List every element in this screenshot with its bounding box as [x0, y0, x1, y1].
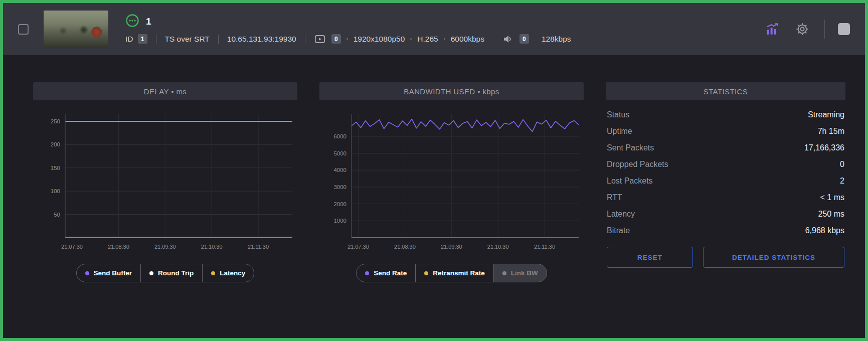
stat-row-bitrate: Bitrate 6,968 kbps [607, 222, 844, 239]
dot-separator [410, 38, 412, 40]
stat-row-status: Status Streaming [607, 106, 844, 123]
stat-label: Sent Packets [607, 143, 654, 152]
svg-text:21:07:30: 21:07:30 [61, 244, 83, 250]
legend-dot [424, 271, 428, 275]
spacer [535, 38, 536, 40]
video-format: 1920x1080p50 [354, 35, 405, 44]
svg-text:21:09:30: 21:09:30 [441, 244, 462, 250]
svg-text:21:10:30: 21:10:30 [487, 244, 509, 250]
legend-label: Round Trip [158, 269, 194, 277]
video-track-icon [314, 33, 326, 45]
id-label: ID [125, 35, 133, 44]
stat-label: Status [607, 110, 629, 119]
stat-value: 7h 15m [818, 127, 844, 136]
legend-dot [85, 271, 89, 275]
legend-dot [149, 271, 153, 275]
legend-round-trip[interactable]: Round Trip [140, 264, 203, 282]
delay-chart: 5010015020025021:07:3021:08:3021:09:3021… [33, 106, 297, 253]
stop-stream-button[interactable] [838, 23, 850, 35]
stat-row-latency: Latency 250 ms [607, 206, 844, 222]
legend-label: Send Buffer [94, 269, 132, 277]
id-badge: 1 [138, 34, 147, 44]
svg-text:21:08:30: 21:08:30 [394, 244, 416, 250]
stat-label: Bitrate [607, 226, 630, 235]
legend-latency[interactable]: Latency [202, 264, 254, 282]
legend-label: Retransmit Rate [433, 269, 485, 277]
audio-icon [502, 33, 514, 45]
legend-send-rate[interactable]: Send Rate [356, 264, 416, 282]
svg-text:200: 200 [51, 141, 60, 147]
stream-card: 1 ID 1 TS over SRT 10.65.131.93:19930 0 [0, 0, 868, 341]
stream-number: 1 [146, 16, 151, 27]
divider [305, 35, 305, 44]
legend-link-bw[interactable]: Link BW [493, 264, 547, 282]
statistics-rows: Status Streaming Uptime 7h 15m Sent Pack… [606, 106, 845, 239]
stat-row-dropped-packets: Dropped Packets 0 [607, 156, 844, 173]
reset-button[interactable]: RESET [607, 247, 693, 268]
svg-text:6000: 6000 [333, 133, 346, 139]
stream-info: 1 ID 1 TS over SRT 10.65.131.93:19930 0 [125, 14, 762, 45]
stat-label: Dropped Packets [607, 160, 668, 169]
delay-panel-title: DELAY • ms [33, 82, 297, 100]
svg-text:2000: 2000 [333, 201, 346, 207]
legend-label: Send Rate [374, 269, 407, 277]
divider [218, 35, 219, 44]
stat-value: < 1 ms [820, 193, 844, 202]
statistics-actions: RESET DETAILED STATISTICS [606, 247, 845, 268]
legend-label: Link BW [511, 269, 538, 277]
stat-row-lost-packets: Lost Packets 2 [607, 173, 844, 189]
bandwidth-chart: 10002000300040005000600021:07:3021:08:30… [319, 106, 584, 253]
stream-header: 1 ID 1 TS over SRT 10.65.131.93:19930 0 [3, 3, 865, 55]
stat-label: RTT [607, 193, 622, 202]
stat-row-rtt: RTT < 1 ms [607, 189, 844, 206]
stat-value: 6,968 kbps [805, 226, 844, 235]
bandwidth-panel-title: BANDWIDTH USED • kbps [319, 82, 584, 100]
spacer [493, 35, 493, 44]
svg-text:21:09:30: 21:09:30 [154, 244, 176, 250]
settings-gear-button[interactable] [793, 20, 811, 38]
svg-text:3000: 3000 [333, 184, 346, 190]
legend-dot [365, 271, 369, 275]
stream-address: 10.65.131.93:19930 [227, 35, 296, 44]
video-track-badge: 0 [331, 34, 341, 44]
detailed-statistics-button[interactable]: DETAILED STATISTICS [703, 247, 844, 268]
legend-send-buffer[interactable]: Send Buffer [76, 264, 141, 282]
audio-bitrate: 128kbps [542, 35, 571, 44]
delay-legend: Send Buffer Round Trip Latency [33, 264, 297, 282]
stat-row-uptime: Uptime 7h 15m [607, 123, 844, 139]
svg-text:21:08:30: 21:08:30 [108, 244, 129, 250]
statistics-panel: STATISTICS Status Streaming Uptime 7h 15… [606, 82, 845, 282]
bandwidth-chart-wrap: 10002000300040005000600021:07:3021:08:30… [319, 106, 584, 255]
delay-chart-wrap: 5010015020025021:07:3021:08:3021:09:3021… [33, 106, 297, 255]
svg-text:1000: 1000 [333, 218, 346, 224]
svg-text:21:11:30: 21:11:30 [248, 244, 269, 250]
svg-text:100: 100 [51, 188, 60, 194]
stat-value: 2 [840, 177, 844, 186]
stat-value: Streaming [808, 110, 844, 119]
stat-value: 0 [840, 160, 844, 169]
stat-value: 17,166,336 [804, 143, 844, 152]
stream-thumbnail[interactable] [44, 11, 108, 48]
svg-text:21:07:30: 21:07:30 [348, 244, 369, 250]
statistics-panel-title: STATISTICS [606, 82, 845, 100]
dot-separator [444, 38, 445, 40]
divider [156, 35, 156, 44]
legend-label: Latency [220, 269, 245, 277]
protocol-label: TS over SRT [165, 35, 210, 44]
svg-text:250: 250 [51, 118, 60, 124]
stream-detail-content: DELAY • ms 5010015020025021:07:3021:08:3… [3, 55, 865, 282]
svg-text:21:11:30: 21:11:30 [534, 244, 555, 250]
statistics-chart-button[interactable] [762, 19, 782, 39]
audio-track-badge: 0 [519, 34, 529, 44]
streaming-status-icon [125, 14, 139, 30]
stat-label: Latency [607, 210, 635, 219]
select-stream-checkbox[interactable] [18, 24, 29, 35]
video-codec: H.265 [417, 35, 438, 44]
bandwidth-panel: BANDWIDTH USED • kbps 100020003000400050… [319, 82, 584, 282]
legend-retransmit-rate[interactable]: Retransmit Rate [415, 264, 494, 282]
stat-label: Lost Packets [607, 177, 653, 186]
stream-meta-row: ID 1 TS over SRT 10.65.131.93:19930 0 19… [125, 33, 762, 45]
video-bitrate: 6000kbps [451, 35, 484, 44]
svg-text:50: 50 [54, 212, 60, 218]
stat-row-sent-packets: Sent Packets 17,166,336 [607, 139, 844, 156]
